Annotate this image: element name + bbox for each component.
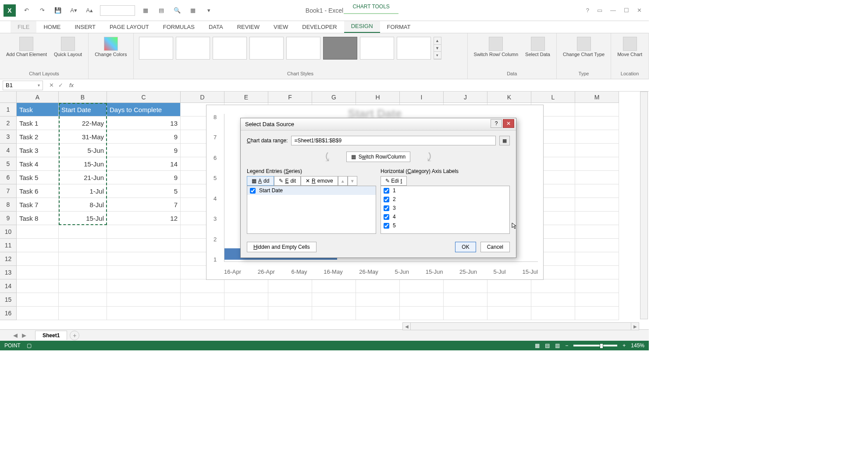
column-header[interactable]: J (444, 92, 487, 103)
cell[interactable] (575, 198, 619, 212)
cell[interactable] (444, 307, 487, 320)
edit-axis-button[interactable]: ✎ EditEdit (381, 176, 407, 186)
add-sheet-button[interactable]: + (70, 331, 79, 340)
cell[interactable] (575, 293, 619, 307)
cell[interactable]: Task 1 (17, 116, 59, 130)
cell[interactable] (17, 239, 59, 252)
chart-style-thumb[interactable] (397, 37, 431, 60)
series-checkbox[interactable] (250, 188, 256, 194)
cell[interactable]: 15-Jun (59, 157, 107, 171)
cell[interactable]: 12 (107, 212, 181, 225)
cell[interactable] (224, 307, 268, 320)
cell[interactable] (531, 293, 575, 307)
qat-btn[interactable]: 🔍 (172, 5, 182, 16)
column-header[interactable]: L (531, 92, 575, 103)
axis-checkbox[interactable] (384, 214, 389, 220)
sheet-nav-prev[interactable]: ◀ (13, 332, 18, 339)
column-header[interactable]: D (181, 92, 224, 103)
horizontal-scrollbar[interactable]: ◀▶ (402, 322, 639, 330)
cell[interactable] (400, 307, 444, 320)
select-data-button[interactable]: Select Data (523, 35, 553, 59)
cell[interactable]: Task 8 (17, 212, 59, 225)
cell[interactable] (59, 307, 107, 320)
redo-button[interactable]: ↷ (37, 5, 47, 16)
cell[interactable] (17, 266, 59, 279)
row-header[interactable]: 1 (0, 103, 17, 116)
cell[interactable]: Task 2 (17, 130, 59, 144)
column-header[interactable]: E (224, 92, 268, 103)
tab-data[interactable]: DATA (202, 21, 230, 33)
add-chart-element-button[interactable]: Add Chart Element (4, 35, 50, 59)
qat-btn[interactable]: A▴ (84, 5, 95, 16)
quick-layout-button[interactable]: Quick Layout (51, 35, 85, 59)
chart-style-thumb[interactable] (139, 37, 173, 60)
column-header[interactable]: C (107, 92, 181, 103)
cell[interactable] (575, 266, 619, 279)
qat-btn[interactable]: ▦ (140, 5, 151, 16)
cell[interactable] (181, 307, 224, 320)
cell[interactable]: Task (17, 103, 59, 116)
zoom-in-button[interactable]: + (623, 342, 626, 349)
cancel-formula-icon[interactable]: ✕ (49, 82, 54, 88)
tab-insert[interactable]: INSERT (68, 21, 102, 33)
cell[interactable] (181, 279, 224, 293)
cell[interactable] (107, 252, 181, 266)
row-header[interactable]: 8 (0, 198, 17, 212)
cell[interactable] (107, 266, 181, 279)
switch-row-column-button[interactable]: Switch Row/ Column (471, 35, 521, 59)
cell[interactable]: 9 (107, 130, 181, 144)
cancel-button[interactable]: Cancel (480, 242, 510, 252)
cell[interactable] (575, 157, 619, 171)
range-selector-button[interactable]: ▦ (499, 136, 510, 145)
list-item[interactable]: 1 (381, 186, 509, 195)
cell[interactable] (107, 293, 181, 307)
cell[interactable] (107, 279, 181, 293)
view-normal-icon[interactable]: ▦ (535, 342, 540, 349)
sheet-nav-next[interactable]: ▶ (22, 332, 26, 339)
column-header[interactable]: K (487, 92, 531, 103)
list-item[interactable]: 3 (381, 204, 509, 212)
move-up-button[interactable]: ▲ (338, 176, 348, 186)
tab-review[interactable]: REVIEW (230, 21, 267, 33)
chart-style-thumb[interactable] (176, 37, 210, 60)
dialog-close-button[interactable]: ✕ (503, 119, 514, 128)
undo-button[interactable]: ↶ (21, 5, 32, 16)
row-header[interactable]: 5 (0, 157, 17, 171)
cell[interactable] (59, 252, 107, 266)
cell[interactable]: 9 (107, 171, 181, 184)
view-page-layout-icon[interactable]: ▤ (545, 342, 550, 349)
help-icon[interactable]: ? (586, 7, 589, 14)
row-header[interactable]: 13 (0, 266, 17, 279)
dialog-help-button[interactable]: ? (491, 119, 502, 128)
cell[interactable] (487, 279, 531, 293)
axis-checkbox[interactable] (384, 197, 389, 202)
row-header[interactable]: 9 (0, 212, 17, 225)
maximize-icon[interactable]: ☐ (624, 7, 629, 14)
cell[interactable] (575, 171, 619, 184)
cell[interactable]: 7 (107, 198, 181, 212)
cell[interactable] (575, 307, 619, 320)
edit-series-button[interactable]: ✎ EditEdit (274, 176, 301, 186)
cell[interactable]: 8-Jul (59, 198, 107, 212)
cell[interactable] (487, 293, 531, 307)
column-header[interactable]: H (356, 92, 400, 103)
cell[interactable] (356, 279, 400, 293)
tab-formulas[interactable]: FORMULAS (156, 21, 202, 33)
chart-style-thumb[interactable] (213, 37, 247, 60)
cell[interactable] (17, 293, 59, 307)
row-header[interactable]: 10 (0, 225, 17, 239)
list-item[interactable]: 5 (381, 221, 509, 230)
change-chart-type-button[interactable]: Change Chart Type (560, 35, 607, 59)
list-item[interactable]: Start Date (247, 186, 376, 195)
cell[interactable]: Start Date (59, 103, 107, 116)
cell[interactable] (17, 279, 59, 293)
macro-record-icon[interactable]: ▢ (27, 342, 32, 349)
column-header[interactable]: A (17, 92, 59, 103)
cell[interactable] (531, 307, 575, 320)
cell[interactable] (356, 293, 400, 307)
cell[interactable] (17, 307, 59, 320)
chart-style-thumb[interactable] (249, 37, 284, 60)
zoom-level[interactable]: 145% (631, 342, 644, 349)
axis-checkbox[interactable] (384, 205, 389, 211)
cell[interactable] (59, 239, 107, 252)
